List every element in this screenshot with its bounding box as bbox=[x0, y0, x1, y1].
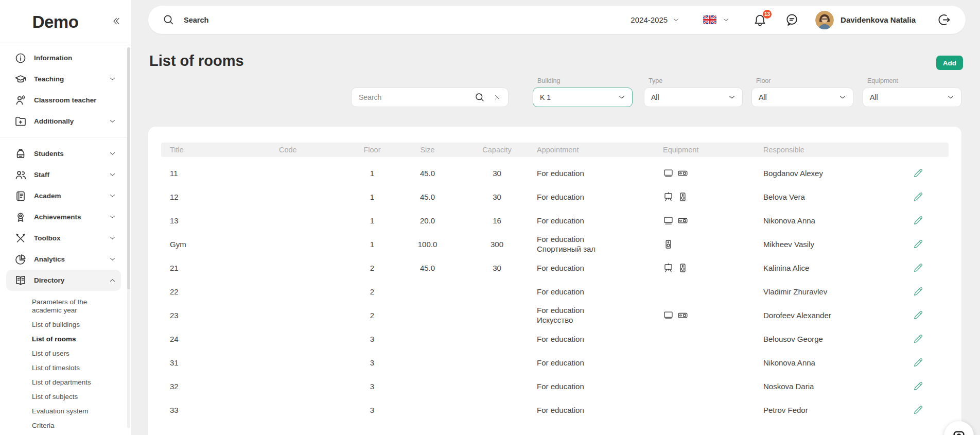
chevron-down-icon bbox=[618, 94, 625, 101]
filter-label: Floor bbox=[756, 77, 771, 84]
search-field-wrap bbox=[351, 88, 509, 107]
students-icon bbox=[14, 148, 27, 160]
classroom-teacher-icon bbox=[14, 94, 27, 107]
edit-button[interactable] bbox=[913, 333, 949, 344]
cell-actions bbox=[913, 357, 949, 368]
sidebar-subitem-list-of-buildings[interactable]: List of buildings bbox=[0, 318, 124, 332]
edit-button[interactable] bbox=[913, 380, 949, 392]
user-menu[interactable]: Davidenkova Natalia bbox=[815, 11, 916, 29]
cell-appointment: For education bbox=[537, 216, 663, 225]
sidebar: Demo InformationTeachingClassroom teache… bbox=[0, 0, 131, 435]
edit-button[interactable] bbox=[913, 167, 949, 179]
chevron-down-icon bbox=[109, 214, 116, 220]
chevron-down-icon bbox=[109, 256, 116, 263]
cell-capacity: 30 bbox=[457, 193, 537, 201]
achievements-icon bbox=[14, 211, 27, 223]
cell-appointment: For education bbox=[537, 263, 663, 273]
chevron-down-icon bbox=[109, 193, 116, 199]
sidebar-item-academ[interactable]: Academ bbox=[0, 185, 127, 206]
filter-type-select[interactable]: All bbox=[644, 88, 743, 107]
sidebar-divider bbox=[0, 137, 127, 137]
sidebar-subitem-evaluation-system[interactable]: Evaluation system bbox=[0, 404, 124, 419]
cell-actions bbox=[913, 167, 949, 179]
sidebar-item-label: Classroom teacher bbox=[34, 96, 97, 104]
sidebar-item-teaching[interactable]: Teaching bbox=[0, 68, 127, 90]
cell-appointment: For education bbox=[537, 358, 663, 368]
edit-button[interactable] bbox=[913, 191, 949, 202]
cell-equipment bbox=[663, 168, 763, 179]
notifications-button[interactable]: 13 bbox=[753, 13, 767, 27]
toolbox-icon bbox=[14, 232, 27, 245]
topbar-search-label[interactable]: Search bbox=[184, 16, 208, 24]
cell-actions bbox=[913, 262, 949, 273]
messages-icon[interactable] bbox=[785, 13, 799, 27]
sidebar-item-label: Information bbox=[34, 54, 72, 62]
sidebar-item-additionally[interactable]: Additionally bbox=[0, 111, 127, 132]
edit-button[interactable] bbox=[913, 238, 949, 250]
sidebar-subitem-criteria[interactable]: Criteria bbox=[0, 419, 124, 433]
sidebar-item-label: Academ bbox=[34, 192, 61, 200]
table-row: 232For educationИскусствоDorofeev Alexan… bbox=[161, 303, 949, 327]
edit-button[interactable] bbox=[913, 262, 949, 273]
table-row: 243For educationBelousov George bbox=[161, 327, 949, 351]
cell-title: 24 bbox=[161, 335, 272, 343]
sidebar-scrollbar-thumb[interactable] bbox=[127, 47, 130, 289]
add-button[interactable]: Add bbox=[936, 56, 963, 70]
chevron-down-icon bbox=[109, 171, 116, 178]
edit-button[interactable] bbox=[913, 357, 949, 368]
sidebar-item-information[interactable]: Information bbox=[0, 47, 127, 68]
sidebar-item-students[interactable]: Students bbox=[0, 143, 127, 164]
rooms-search-input[interactable] bbox=[351, 88, 509, 107]
sidebar-item-label: Directory bbox=[34, 276, 64, 284]
select-value: All bbox=[759, 93, 767, 101]
cell-title: 11 bbox=[161, 169, 272, 178]
search-icon[interactable] bbox=[475, 92, 485, 102]
logout-icon[interactable] bbox=[937, 13, 951, 27]
sidebar-subitem-list-of-timeslots[interactable]: List of timeslots bbox=[0, 361, 124, 375]
sidebar-subitem-list-of-subjects[interactable]: List of subjects bbox=[0, 390, 124, 404]
language-selector[interactable] bbox=[703, 15, 729, 24]
sidebar-item-analytics[interactable]: Analytics bbox=[0, 249, 127, 270]
sidebar-item-classroom-teacher[interactable]: Classroom teacher bbox=[0, 90, 127, 111]
cell-capacity: 30 bbox=[457, 169, 537, 178]
column-header-floor: Floor bbox=[346, 146, 398, 154]
sidebar-collapse-icon[interactable] bbox=[112, 16, 123, 28]
page-title: List of rooms bbox=[149, 53, 244, 69]
edit-button[interactable] bbox=[913, 286, 949, 297]
cell-actions bbox=[913, 215, 949, 226]
filter-equipment-select[interactable]: All bbox=[863, 88, 961, 107]
select-value: All bbox=[651, 93, 659, 101]
clear-search-icon[interactable] bbox=[494, 94, 501, 101]
cell-responsible: Dorofeev Alexander bbox=[763, 311, 913, 320]
sidebar-item-staff[interactable]: Staff bbox=[0, 164, 127, 185]
cell-title: 31 bbox=[161, 358, 272, 367]
cell-floor: 2 bbox=[346, 264, 398, 272]
edit-button[interactable] bbox=[913, 404, 949, 415]
directory-sublist: Parameters of the academic yearList of b… bbox=[0, 291, 127, 433]
academic-year-selector[interactable]: 2024-2025 bbox=[631, 15, 679, 24]
cell-appointment: For education bbox=[537, 334, 663, 344]
sidebar-item-directory[interactable]: Directory bbox=[6, 270, 121, 291]
sidebar-item-achievements[interactable]: Achievements bbox=[0, 206, 127, 228]
filter-building-select[interactable]: K 1 bbox=[533, 88, 633, 107]
cell-floor: 2 bbox=[346, 287, 398, 296]
monitor-icon bbox=[663, 310, 674, 321]
sidebar-subitem-list-of-departments[interactable]: List of departments bbox=[0, 375, 124, 390]
filter-equipment-wrap: EquipmentAll bbox=[863, 88, 961, 107]
sidebar-item-toolbox[interactable]: Toolbox bbox=[0, 228, 127, 249]
edit-button[interactable] bbox=[913, 309, 949, 321]
filter-floor-select[interactable]: All bbox=[751, 88, 853, 107]
cell-equipment bbox=[663, 310, 763, 321]
cell-actions bbox=[913, 191, 949, 202]
column-header-capacity: Capacity bbox=[457, 146, 537, 154]
sidebar-subitem-parameters-of-the-academic-year[interactable]: Parameters of the academic year bbox=[0, 295, 124, 318]
filters-bar: BuildingK 1TypeAllFloorAllEquipmentAll bbox=[351, 88, 961, 107]
sidebar-subitem-list-of-users[interactable]: List of users bbox=[0, 346, 124, 361]
sidebar-subitem-list-of-rooms[interactable]: List of rooms bbox=[0, 332, 124, 346]
academ-icon bbox=[14, 190, 27, 202]
cell-responsible: Mikheev Vasily bbox=[763, 240, 913, 249]
cell-capacity: 30 bbox=[457, 264, 537, 272]
edit-button[interactable] bbox=[913, 215, 949, 226]
cell-size: 45.0 bbox=[398, 169, 457, 178]
search-icon[interactable] bbox=[163, 14, 174, 26]
